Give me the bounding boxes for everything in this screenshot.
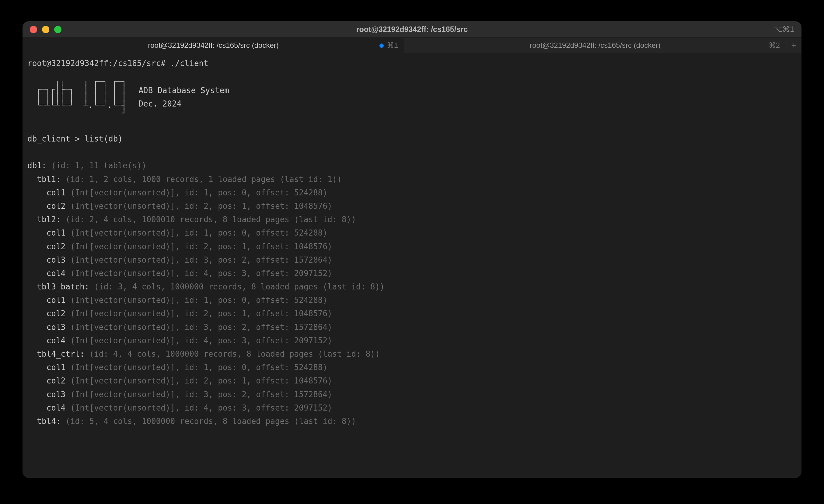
column-row: col4 (Int[vector(unsorted)], id: 4, pos:… (27, 334, 797, 347)
add-tab-button[interactable]: + (786, 38, 802, 53)
window-title: root@32192d9342ff: /cs165/src (22, 25, 802, 34)
table-row-name: tbl1: (27, 175, 61, 184)
db-header: db1: (id: 1, 11 table(s)) (27, 159, 797, 172)
terminal-content[interactable]: root@32192d9342ff:/cs165/src# ./client ╷… (22, 53, 802, 478)
column-row-meta: (Int[vector(unsorted)], id: 4, pos: 3, o… (66, 403, 332, 412)
column-row-meta: (Int[vector(unsorted)], id: 2, pos: 1, o… (66, 242, 332, 251)
banner: ╷╷ ╷ ┌─┐ ┌─┐ ┌─┐┌│├─┐ │ │ │ │ │ │ ││││ │… (36, 77, 797, 117)
column-row-name: col1 (27, 363, 66, 372)
table-row: tbl3_batch: (id: 3, 4 cols, 1000000 reco… (27, 280, 797, 293)
close-icon[interactable] (30, 26, 37, 33)
column-row: col1 (Int[vector(unsorted)], id: 1, pos:… (27, 226, 797, 239)
table-row-meta: (id: 2, 4 cols, 1000010 records, 8 loade… (61, 215, 356, 224)
client-prompt: db_client > (27, 134, 85, 143)
column-row-meta: (Int[vector(unsorted)], id: 4, pos: 3, o… (66, 336, 332, 345)
titlebar-shortcut: ⌥⌘1 (774, 25, 794, 34)
tab-label: root@32192d9342ff: /cs165/src (docker) (530, 41, 660, 49)
column-row-meta: (Int[vector(unsorted)], id: 3, pos: 2, o… (66, 323, 332, 332)
column-row-name: col1 (27, 296, 66, 305)
column-row-meta: (Int[vector(unsorted)], id: 4, pos: 3, o… (66, 269, 332, 278)
column-row-name: col4 (27, 403, 66, 412)
modified-indicator-icon (380, 43, 384, 48)
table-row: tbl4: (id: 5, 4 cols, 1000000 records, 8… (27, 414, 797, 428)
tab-1[interactable]: root@32192d9342ff: /cs165/src (docker) ⌘… (22, 38, 404, 53)
column-row: col2 (Int[vector(unsorted)], id: 2, pos:… (27, 240, 797, 253)
column-row: col4 (Int[vector(unsorted)], id: 4, pos:… (27, 401, 797, 414)
column-row-name: col2 (27, 376, 66, 385)
column-row: col2 (Int[vector(unsorted)], id: 2, pos:… (27, 374, 797, 387)
db-output: db1: (id: 1, 11 table(s)) tbl1: (id: 1, … (27, 159, 797, 428)
table-row-name: tbl4: (27, 417, 61, 426)
column-row-name: col3 (27, 323, 66, 332)
shell-line: root@32192d9342ff:/cs165/src# ./client (27, 57, 797, 70)
column-row: col1 (Int[vector(unsorted)], id: 1, pos:… (27, 186, 797, 199)
column-row-name: col2 (27, 201, 66, 211)
maximize-icon[interactable] (54, 26, 62, 33)
column-row: col2 (Int[vector(unsorted)], id: 2, pos:… (27, 199, 797, 213)
table-row-meta: (id: 4, 4 cols, 1000000 records, 8 loade… (85, 349, 380, 359)
banner-text: ADB Database System Dec. 2024 (138, 84, 229, 110)
table-row: tbl4_ctrl: (id: 4, 4 cols, 1000000 recor… (27, 347, 797, 361)
column-row-name: col3 (27, 390, 66, 399)
column-row-name: col1 (27, 188, 66, 197)
column-row-name: col1 (27, 228, 66, 237)
tab-label: root@32192d9342ff: /cs165/src (docker) (148, 41, 279, 49)
column-row-meta: (Int[vector(unsorted)], id: 2, pos: 1, o… (66, 309, 332, 318)
column-row-meta: (Int[vector(unsorted)], id: 1, pos: 0, o… (66, 188, 327, 197)
column-row-name: col4 (27, 336, 66, 345)
column-row-name: col2 (27, 242, 66, 251)
banner-line-2: Dec. 2024 (138, 97, 229, 110)
adb-logo-icon: ╷╷ ╷ ┌─┐ ┌─┐ ┌─┐┌│├─┐ │ │ │ │ │ │ ││││ │… (36, 77, 126, 117)
shell-prompt: root@32192d9342ff:/cs165/src# (27, 59, 171, 68)
banner-line-1: ADB Database System (138, 84, 229, 97)
column-row-meta: (Int[vector(unsorted)], id: 2, pos: 1, o… (66, 201, 332, 211)
tab-2[interactable]: root@32192d9342ff: /cs165/src (docker) ⌘… (404, 38, 786, 53)
tab-shortcut: ⌘2 (768, 41, 780, 49)
column-row: col1 (Int[vector(unsorted)], id: 1, pos:… (27, 361, 797, 374)
table-row: tbl2: (id: 2, 4 cols, 1000010 records, 8… (27, 213, 797, 226)
column-row-meta: (Int[vector(unsorted)], id: 2, pos: 1, o… (66, 376, 332, 385)
table-row: tbl1: (id: 1, 2 cols, 1000 records, 1 lo… (27, 173, 797, 186)
terminal-window: root@32192d9342ff: /cs165/src ⌥⌘1 root@3… (22, 21, 802, 478)
column-row: col2 (Int[vector(unsorted)], id: 2, pos:… (27, 307, 797, 320)
spacer (27, 145, 797, 159)
column-row-meta: (Int[vector(unsorted)], id: 3, pos: 2, o… (66, 390, 332, 399)
column-row: col3 (Int[vector(unsorted)], id: 3, pos:… (27, 253, 797, 267)
table-row-meta: (id: 1, 2 cols, 1000 records, 1 loaded p… (61, 175, 342, 184)
client-line: db_client > list(db) (27, 132, 797, 145)
column-row-meta: (Int[vector(unsorted)], id: 1, pos: 0, o… (66, 363, 327, 372)
minimize-icon[interactable] (42, 26, 49, 33)
table-row-meta: (id: 3, 4 cols, 1000000 records, 8 loade… (90, 282, 385, 291)
traffic-lights (22, 26, 62, 33)
tabbar: root@32192d9342ff: /cs165/src (docker) ⌘… (22, 38, 802, 53)
client-command: list(db) (85, 134, 123, 143)
table-row-name: tbl2: (27, 215, 61, 224)
db-header-name: db1: (27, 161, 46, 170)
column-row-name: col3 (27, 256, 66, 265)
column-row-meta: (Int[vector(unsorted)], id: 3, pos: 2, o… (66, 256, 332, 265)
column-row-meta: (Int[vector(unsorted)], id: 1, pos: 0, o… (66, 228, 327, 237)
table-row-meta: (id: 5, 4 cols, 1000000 records, 8 loade… (61, 417, 356, 426)
column-row-meta: (Int[vector(unsorted)], id: 1, pos: 0, o… (66, 296, 327, 305)
db-header-meta: (id: 1, 11 table(s)) (46, 161, 147, 170)
column-row: col4 (Int[vector(unsorted)], id: 4, pos:… (27, 267, 797, 280)
column-row: col1 (Int[vector(unsorted)], id: 1, pos:… (27, 293, 797, 307)
column-row-name: col2 (27, 309, 66, 318)
tab-shortcut: ⌘1 (380, 41, 398, 49)
column-row: col3 (Int[vector(unsorted)], id: 3, pos:… (27, 388, 797, 401)
column-row-name: col4 (27, 269, 66, 278)
shell-command: ./client (171, 59, 208, 68)
titlebar[interactable]: root@32192d9342ff: /cs165/src ⌥⌘1 (22, 21, 802, 38)
table-row-name: tbl3_batch: (27, 282, 90, 291)
column-row: col3 (Int[vector(unsorted)], id: 3, pos:… (27, 320, 797, 334)
table-row-name: tbl4_ctrl: (27, 349, 85, 359)
